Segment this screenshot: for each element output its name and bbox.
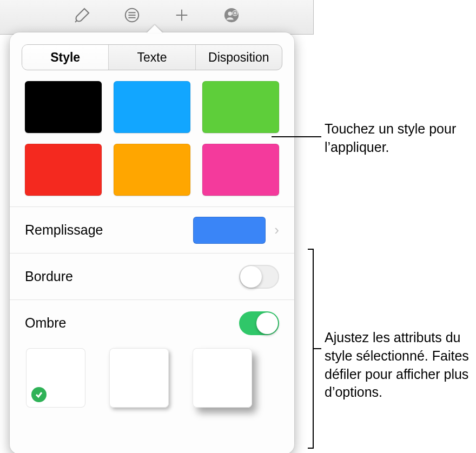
border-row: Bordure: [10, 253, 294, 299]
shadow-preset[interactable]: [109, 348, 169, 408]
shadow-label: Ombre: [25, 315, 239, 331]
tab-layout[interactable]: Disposition: [196, 45, 282, 70]
border-toggle[interactable]: [239, 265, 279, 289]
list-icon[interactable]: [123, 6, 141, 24]
style-presets-grid: [10, 80, 294, 206]
leader-line: [308, 448, 313, 449]
style-preset[interactable]: [202, 144, 279, 196]
tab-style[interactable]: Style: [22, 45, 109, 70]
shadow-row: Ombre: [10, 299, 294, 346]
fill-row[interactable]: Remplissage ›: [10, 206, 294, 253]
segmented-tabs: Style Texte Disposition: [22, 44, 282, 70]
fill-label: Remplissage: [25, 222, 193, 238]
shadow-preset[interactable]: [193, 348, 252, 408]
style-preset[interactable]: [25, 81, 102, 133]
annotations: Touchez un style pour l’appliquer. Ajust…: [292, 0, 476, 453]
checkmark-icon: [31, 387, 47, 402]
callout-apply-style: Touchez un style pour l’appliquer.: [325, 120, 471, 157]
chevron-right-icon: ›: [274, 222, 279, 238]
style-preset[interactable]: [25, 144, 102, 196]
popover-caret: [147, 25, 163, 33]
fill-color-swatch[interactable]: [193, 217, 266, 244]
callout-adjust-attributes: Ajustez les attributs du style sélection…: [325, 329, 476, 402]
collaborate-icon[interactable]: [222, 6, 241, 24]
leader-line: [313, 348, 321, 349]
svg-point-7: [228, 11, 232, 16]
paintbrush-icon[interactable]: [73, 6, 91, 24]
leader-line: [308, 249, 313, 250]
tab-text[interactable]: Texte: [109, 45, 195, 70]
leader-line: [272, 136, 321, 137]
style-preset[interactable]: [114, 81, 190, 133]
format-popover: Style Texte Disposition Remplissage › Bo…: [10, 32, 294, 453]
shadow-preset[interactable]: [26, 348, 85, 408]
border-label: Bordure: [25, 269, 239, 284]
plus-icon[interactable]: [173, 6, 191, 24]
style-preset[interactable]: [114, 144, 190, 196]
shadow-toggle[interactable]: [239, 311, 279, 335]
shadow-presets: [10, 346, 294, 408]
style-preset[interactable]: [202, 81, 279, 133]
